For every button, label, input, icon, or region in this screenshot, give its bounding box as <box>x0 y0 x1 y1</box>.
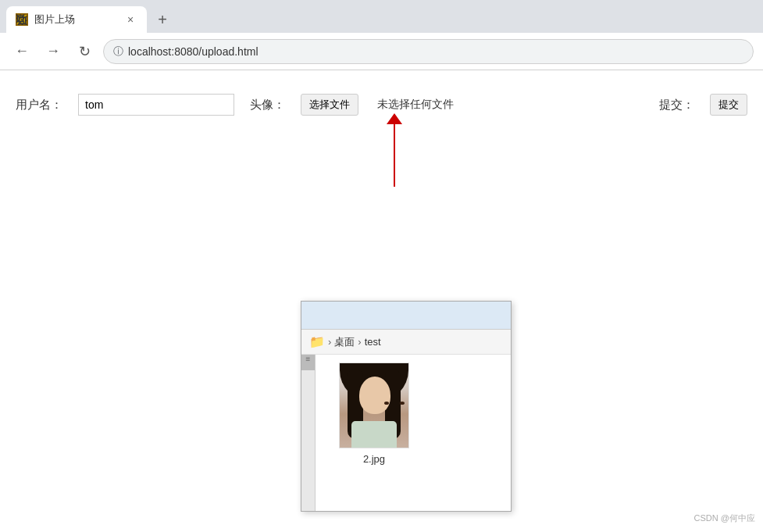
choose-file-button[interactable]: 选择文件 <box>301 94 358 116</box>
path-part-test: test <box>365 336 381 348</box>
path-part-desktop: 桌面 <box>334 335 355 349</box>
dialog-file-area: 2.jpg <box>316 355 417 511</box>
username-input[interactable] <box>78 94 234 116</box>
portrait-face <box>359 377 390 414</box>
lock-icon: ⓘ <box>113 45 123 59</box>
username-label: 用户名： <box>16 98 62 112</box>
arrow-head <box>387 113 402 124</box>
arrow-annotation <box>387 113 402 187</box>
file-thumbnail[interactable] <box>339 362 409 448</box>
arrow-line <box>394 124 395 187</box>
sidebar-scroll[interactable]: ≡ <box>301 355 315 370</box>
form-row: 用户名： 头像： 选择文件 未选择任何文件 提交： 提交 <box>16 94 747 116</box>
path-sep-1: › <box>328 336 331 348</box>
tab-close-button[interactable]: × <box>123 12 137 27</box>
address-text: localhost:8080/upload.html <box>128 45 258 58</box>
new-tab-button[interactable]: + <box>152 9 173 30</box>
portrait-eye-left <box>384 402 389 405</box>
browser-window: 🖼 图片上场 × + ← → ↻ ⓘ localhost:8080/upload… <box>0 0 763 532</box>
folder-icon: 📁 <box>309 334 325 349</box>
submit-button[interactable]: 提交 <box>710 94 747 116</box>
address-bar[interactable]: ⓘ localhost:8080/upload.html <box>103 39 754 64</box>
active-tab[interactable]: 🖼 图片上场 × <box>6 6 147 33</box>
forward-button[interactable]: → <box>41 39 66 64</box>
reload-button[interactable]: ↻ <box>72 39 97 64</box>
dialog-sidebar: ≡ <box>301 355 316 511</box>
tab-bar: 🖼 图片上场 × + <box>0 0 763 33</box>
portrait-eye-right <box>400 402 405 405</box>
portrait-eyes <box>384 402 405 405</box>
nav-bar: ← → ↻ ⓘ localhost:8080/upload.html <box>0 33 763 70</box>
back-button[interactable]: ← <box>9 39 34 64</box>
file-name-label: 2.jpg <box>363 453 385 465</box>
dialog-body: ≡ <box>301 355 511 511</box>
page-content: 用户名： 头像： 选择文件 未选择任何文件 提交： 提交 📁 › 桌面 › <box>0 70 763 532</box>
watermark: CSDN @何中应 <box>694 512 755 524</box>
submit-label: 提交： <box>659 98 694 112</box>
no-file-selected-text: 未选择任何文件 <box>377 98 454 112</box>
path-sep-2: › <box>358 336 361 348</box>
avatar-label: 头像： <box>250 98 285 112</box>
tab-favicon: 🖼 <box>16 13 28 26</box>
dialog-header <box>301 302 511 330</box>
dialog-path: 📁 › 桌面 › test <box>301 330 511 355</box>
portrait-body <box>351 421 397 448</box>
tab-title: 图片上场 <box>34 12 117 27</box>
file-thumb-image <box>340 362 408 448</box>
file-dialog: 📁 › 桌面 › test ≡ <box>301 301 512 512</box>
